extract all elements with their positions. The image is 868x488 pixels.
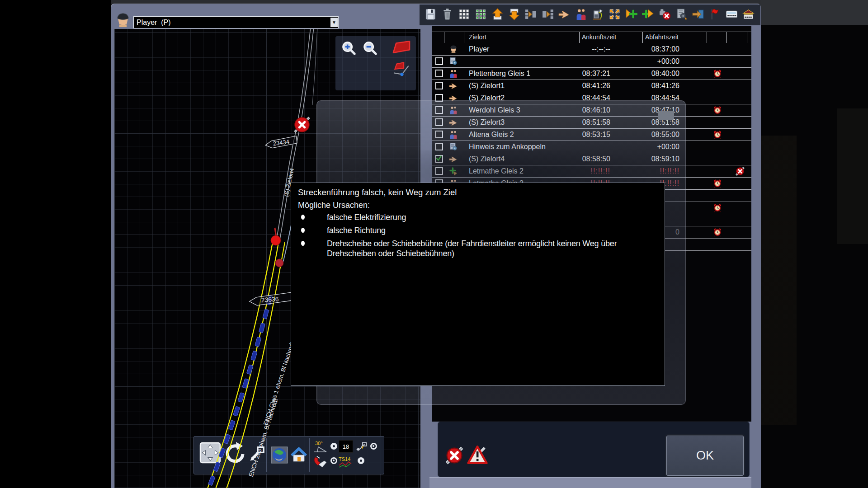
toolbar-pointer-hand-button[interactable] — [558, 8, 571, 22]
divider — [464, 32, 464, 43]
row-checkbox[interactable] — [435, 82, 443, 89]
warning-icon — [467, 445, 488, 465]
divider — [266, 438, 267, 472]
toolbar-insert-route-button[interactable] — [625, 8, 637, 22]
pan-mode-button[interactable] — [199, 442, 221, 464]
table-row[interactable]: Player--:--:--08:37:00 — [432, 43, 751, 56]
properties-icon — [675, 8, 688, 22]
alarm-clock-icon — [713, 130, 722, 139]
row-checkbox[interactable] — [435, 57, 443, 65]
train-car — [242, 379, 249, 389]
cell-zielort: Plettenberg Gleis 1 — [469, 68, 530, 80]
error-causes-label: Mögliche Ursachen: — [298, 201, 661, 210]
move-up-icon — [491, 8, 504, 22]
toolbar-couple-forward-button[interactable] — [524, 8, 537, 22]
toolbar-keyboard-button[interactable] — [725, 8, 738, 22]
toolbar-expand-button[interactable] — [608, 8, 621, 22]
magnet-tool-icon — [312, 455, 328, 469]
track-number-field[interactable]: 18 — [339, 440, 353, 453]
cell-abfahrtszeit: 08:41:26 — [614, 80, 679, 92]
cell-ankunftszeit: 08:41:26 — [545, 80, 610, 92]
cell-ankunftszeit: --:--:-- — [545, 43, 610, 55]
rotate-view-button[interactable] — [223, 440, 248, 466]
toolbar-grid-button[interactable] — [458, 8, 470, 22]
goto-target-icon — [692, 8, 704, 22]
train-car — [255, 337, 261, 347]
toolbar-move-up-button[interactable] — [491, 8, 504, 22]
svg-text:23434: 23434 — [273, 138, 290, 147]
error-causes-list: falsche Elektrifizierungfalsche Richtung… — [298, 212, 661, 258]
delete-icon — [441, 8, 453, 22]
toolbar-remove-vehicle-button[interactable] — [658, 8, 671, 22]
toolbar-grid-green-button[interactable] — [474, 8, 487, 22]
divider — [747, 32, 747, 43]
expand-icon — [609, 8, 621, 22]
train-car — [233, 406, 240, 416]
train-car — [263, 309, 269, 319]
background-haze — [837, 108, 868, 244]
route-error-icon — [735, 166, 745, 176]
home-view-button[interactable] — [290, 446, 307, 464]
alarm-clock-icon — [713, 203, 722, 212]
column-header-ankunftszeit: Ankunftszeit — [582, 33, 616, 41]
couple-backward-icon — [542, 8, 554, 22]
hand-icon — [449, 81, 458, 90]
magnet-radio[interactable] — [330, 457, 337, 464]
ok-button[interactable]: OK — [666, 436, 744, 476]
toolbar-move-down-button[interactable] — [508, 8, 520, 22]
alarm-clock-icon — [713, 69, 722, 78]
toolbar-save-button[interactable] — [424, 8, 437, 22]
left-black-strip — [0, 0, 111, 488]
dropdown-value: Player (P) — [134, 19, 330, 27]
bullet-icon — [301, 228, 305, 233]
row-checkbox[interactable] — [435, 70, 443, 77]
depot-icon — [742, 8, 755, 22]
toolbar-append-route-button[interactable] — [642, 8, 654, 22]
area-shape-button[interactable] — [391, 39, 412, 56]
error-message-box: Streckenführung falsch, kein Weg zum Zie… — [291, 183, 665, 386]
toolbar-refuel-button[interactable] — [591, 8, 604, 22]
divider — [432, 32, 751, 32]
move-down-icon — [508, 8, 520, 22]
insert-route-icon — [625, 8, 637, 22]
train-select-dropdown[interactable]: Player (P) ▼ — [133, 16, 339, 28]
train-car — [259, 323, 265, 333]
dialog-button-bar: OK — [438, 422, 750, 477]
train-car — [238, 392, 245, 402]
scroll-thumb[interactable] — [658, 111, 674, 120]
refuel-icon — [592, 8, 604, 22]
column-header-abfahrtszeit: Abfahrtszeit — [645, 33, 679, 41]
chevron-down-icon[interactable]: ▼ — [330, 18, 338, 27]
coupling-radio[interactable] — [370, 443, 377, 450]
km-sign: 23434 — [265, 136, 297, 149]
background-band — [760, 0, 868, 25]
svg-text:30°: 30° — [315, 441, 323, 446]
jump-to-button[interactable] — [249, 444, 266, 463]
error-pin-icon — [444, 446, 464, 465]
player-icon — [449, 45, 458, 54]
table-row[interactable]: Plettenberg Gleis 108:37:2108:40:00 — [432, 68, 751, 80]
gradient-radio[interactable] — [330, 443, 337, 450]
toolbar-goto-target-button[interactable] — [692, 8, 704, 22]
signal-tick — [274, 228, 277, 238]
toolbar-delete-button[interactable] — [441, 8, 453, 22]
alarm-clock-icon — [713, 179, 722, 188]
toolbar-couple-backward-button[interactable] — [541, 8, 554, 22]
grid-green-icon — [475, 8, 487, 22]
table-row[interactable]: +00:00 — [432, 56, 751, 68]
area-track-button[interactable] — [392, 60, 412, 79]
route-point-marker — [271, 235, 281, 245]
zoom-in-button[interactable] — [340, 40, 358, 58]
cell-zielort: (S) Zielort1 — [469, 80, 505, 92]
ts14-radio[interactable] — [358, 457, 364, 464]
toolbar-depot-button[interactable] — [742, 8, 755, 22]
globe-view-button[interactable] — [271, 446, 288, 464]
cell-abfahrtszeit: +00:00 — [614, 56, 679, 67]
toolbar-properties-button[interactable] — [675, 8, 688, 22]
alarm-clock-icon — [713, 106, 722, 115]
cell-abfahrtszeit: 08:37:00 — [614, 43, 679, 55]
toolbar-passengers-button[interactable] — [575, 8, 587, 22]
zoom-out-button[interactable] — [361, 40, 379, 58]
table-row[interactable]: (S) Zielort108:41:2608:41:26 — [432, 80, 751, 92]
toolbar-flag-button[interactable] — [708, 8, 721, 22]
